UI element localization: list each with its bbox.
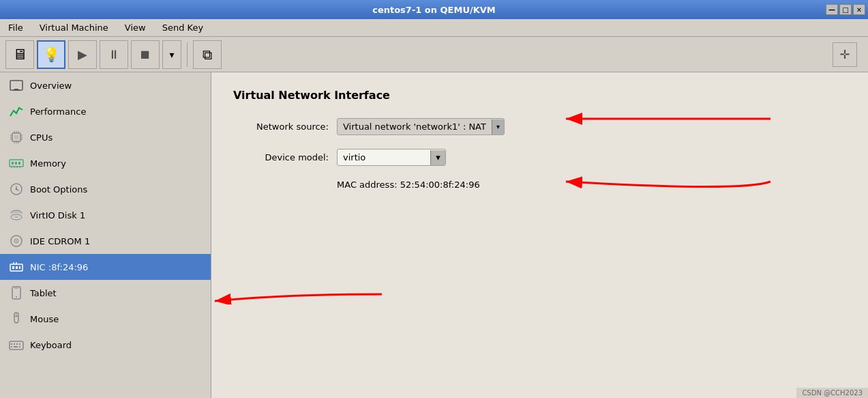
maximize-button[interactable]: □ xyxy=(839,4,852,15)
boot-options-icon xyxy=(8,181,25,197)
pause-button[interactable]: ⏸ xyxy=(100,40,128,69)
sidebar-label-performance: Performance xyxy=(30,106,86,117)
svg-rect-0 xyxy=(10,81,23,90)
sidebar-item-performance[interactable]: Performance xyxy=(0,98,211,124)
sidebar-label-virtio-disk: VirtIO Disk 1 xyxy=(30,210,85,221)
network-source-arrow[interactable]: ▾ xyxy=(492,119,504,134)
network-source-label: Network source: xyxy=(233,122,329,132)
mouse-icon xyxy=(8,311,25,327)
window-controls: — □ ✕ xyxy=(826,4,865,15)
mac-address-value: 52:54:00:8f:24:96 xyxy=(400,180,480,190)
svg-rect-51 xyxy=(14,346,18,347)
title-bar: centos7-1 on QEMU/KVM — □ ✕ xyxy=(0,0,868,19)
sidebar-label-ide-cdrom: IDE CDROM 1 xyxy=(30,236,90,246)
svg-rect-46 xyxy=(11,343,12,345)
sidebar-item-virtio-disk[interactable]: VirtIO Disk 1 xyxy=(0,202,211,228)
close-button[interactable]: ✕ xyxy=(853,4,865,15)
toolbar-separator xyxy=(187,42,188,67)
bulb-icon: 💡 xyxy=(43,46,60,63)
fullscreen-icon: ✛ xyxy=(839,47,850,61)
sidebar-item-cpus[interactable]: CPUs xyxy=(0,124,211,150)
cpu-icon xyxy=(8,129,25,145)
main-content: Overview Performance CPUs Memory Boot Op xyxy=(0,72,868,398)
sidebar-item-nic[interactable]: NIC :8f:24:96 xyxy=(0,254,211,280)
sidebar-label-mouse: Mouse xyxy=(30,314,59,324)
device-model-label: Device model: xyxy=(233,152,329,162)
cdrom-icon xyxy=(8,233,25,249)
screenshot-icon: ⧉ xyxy=(203,46,212,63)
sidebar-item-overview[interactable]: Overview xyxy=(0,72,211,98)
sidebar-item-boot-options[interactable]: Boot Options xyxy=(0,176,211,202)
screenshot-button[interactable]: ⧉ xyxy=(193,40,222,69)
stop-button[interactable]: ⏹ xyxy=(131,40,160,69)
sidebar-label-cpus: CPUs xyxy=(30,132,53,143)
svg-rect-20 xyxy=(18,162,20,165)
svg-rect-35 xyxy=(12,266,14,269)
dropdown-button[interactable]: ▾ xyxy=(162,40,181,69)
nic-icon xyxy=(8,259,25,275)
minimize-button[interactable]: — xyxy=(826,4,838,15)
network-source-value: Virtual network 'network1' : NAT xyxy=(343,122,486,132)
network-source-select[interactable]: Virtual network 'network1' : NAT ▾ xyxy=(337,118,505,135)
sidebar-item-keyboard[interactable]: Keyboard xyxy=(0,332,211,358)
svg-rect-49 xyxy=(19,343,20,345)
overview-icon xyxy=(8,77,25,94)
menu-file[interactable]: File xyxy=(5,21,26,34)
svg-rect-18 xyxy=(12,162,14,165)
status-bar: CSDN @CCH2023 xyxy=(796,388,868,398)
sidebar-item-mouse[interactable]: Mouse xyxy=(0,306,211,332)
pause-icon: ⏸ xyxy=(108,47,120,61)
window-title: centos7-1 on QEMU/KVM xyxy=(372,5,496,15)
play-icon: ▶ xyxy=(78,47,87,61)
svg-point-30 xyxy=(15,216,18,218)
device-model-row: Device model: virtio ▾ xyxy=(233,149,846,166)
device-model-select[interactable]: virtio ▾ xyxy=(337,149,446,166)
menu-bar: File Virtual Machine View Send Key xyxy=(0,19,868,37)
device-model-arrow[interactable]: ▾ xyxy=(430,150,445,165)
sidebar-label-nic: NIC :8f:24:96 xyxy=(30,262,88,272)
sidebar: Overview Performance CPUs Memory Boot Op xyxy=(0,72,211,398)
detail-panel: Virtual Network Interface Network source… xyxy=(211,72,868,398)
svg-rect-4 xyxy=(14,135,18,139)
mac-address-label: MAC address: xyxy=(337,180,398,190)
sidebar-item-memory[interactable]: Memory xyxy=(0,150,211,176)
svg-point-26 xyxy=(16,188,18,190)
run-button[interactable]: ▶ xyxy=(68,40,97,69)
svg-rect-47 xyxy=(14,343,15,345)
svg-point-41 xyxy=(16,296,17,298)
toolbar: 🖥 💡 ▶ ⏸ ⏹ ▾ ⧉ ✛ xyxy=(0,37,868,72)
disk-icon xyxy=(8,207,25,223)
status-text: CSDN @CCH2023 xyxy=(802,389,863,397)
menu-view[interactable]: View xyxy=(122,21,149,34)
svg-rect-37 xyxy=(19,266,20,269)
sidebar-item-ide-cdrom[interactable]: IDE CDROM 1 xyxy=(0,228,211,254)
sidebar-label-memory: Memory xyxy=(30,158,66,169)
dropdown-icon: ▾ xyxy=(169,49,174,60)
sidebar-label-boot-options: Boot Options xyxy=(30,184,87,195)
svg-rect-36 xyxy=(16,266,18,269)
svg-rect-45 xyxy=(10,341,23,350)
svg-rect-52 xyxy=(19,346,20,347)
tablet-icon xyxy=(8,285,25,301)
mac-address-row: MAC address: 52:54:00:8f:24:96 xyxy=(337,180,846,190)
sidebar-label-overview: Overview xyxy=(30,81,72,91)
sidebar-label-keyboard: Keyboard xyxy=(30,340,72,350)
stop-icon: ⏹ xyxy=(139,47,151,61)
svg-rect-48 xyxy=(16,343,18,345)
fullscreen-button[interactable]: ✛ xyxy=(833,42,857,67)
detail-title: Virtual Network Interface xyxy=(233,89,846,102)
sidebar-label-tablet: Tablet xyxy=(30,288,57,298)
performance-icon xyxy=(8,103,25,119)
menu-virtual-machine[interactable]: Virtual Machine xyxy=(37,21,111,34)
svg-rect-50 xyxy=(11,346,12,347)
menu-send-key[interactable]: Send Key xyxy=(160,21,206,34)
device-model-value: virtio xyxy=(343,152,428,162)
details-button[interactable]: 💡 xyxy=(37,40,65,69)
svg-rect-19 xyxy=(15,162,17,165)
console-button[interactable]: 🖥 xyxy=(5,40,34,69)
monitor-icon: 🖥 xyxy=(12,46,27,63)
network-source-row: Network source: Virtual network 'network… xyxy=(233,118,846,135)
keyboard-icon xyxy=(8,337,25,353)
sidebar-item-tablet[interactable]: Tablet xyxy=(0,280,211,306)
svg-point-33 xyxy=(16,240,17,242)
